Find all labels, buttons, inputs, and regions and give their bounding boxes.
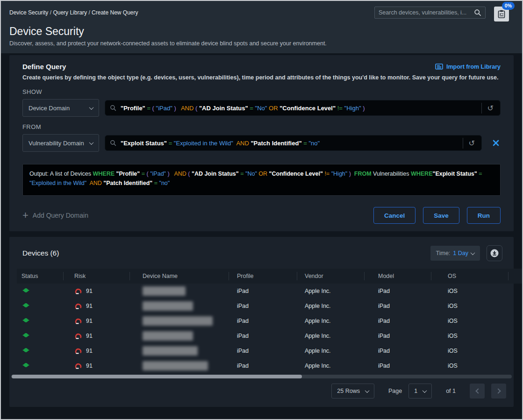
page-number-dropdown[interactable]: 1 (408, 384, 432, 399)
status-online-icon (21, 332, 30, 338)
table-row[interactable]: 91 iPad Apple Inc. iPad iOS (17, 358, 523, 373)
breadcrumb: Device Security / Query Library / Create… (9, 7, 138, 16)
column-header-model[interactable]: Model (364, 269, 431, 284)
status-cell (17, 299, 63, 313)
remove-from-domain-button[interactable] (491, 138, 501, 148)
query-token: OR (258, 171, 267, 177)
import-library-icon (435, 63, 443, 70)
query-token: "Exploited in the Wild" (29, 180, 86, 186)
query-token: "High" (331, 171, 348, 177)
clipboard-checklist-icon (497, 9, 506, 19)
breadcrumb-item-create-new-query[interactable]: Create New Query (92, 9, 138, 16)
model-cell: iPad (364, 343, 431, 358)
query-token: ) (361, 105, 365, 112)
previous-page-button[interactable] (470, 384, 485, 399)
query-token: "AD Join Status" (192, 171, 239, 177)
define-query-title: Define Query (22, 63, 66, 71)
rows-per-page-value: 25 Rows (337, 388, 360, 394)
tasks-progress-badge: 0% (502, 2, 515, 10)
breadcrumb-item-query-library[interactable]: Query Library (53, 9, 87, 16)
model-cell: iPad (364, 284, 431, 299)
table-row[interactable]: 91 iPad Apple Inc. iPad iOS (17, 299, 523, 313)
query-token (351, 171, 354, 177)
time-label: Time: (436, 250, 451, 256)
query-token: Vulnerabilities (372, 171, 411, 177)
column-header-vendor[interactable]: Vendor (297, 269, 364, 284)
profile-cell: iPad (229, 343, 297, 358)
table-row[interactable]: 91 iPad Apple Inc. iPad iOS (17, 343, 523, 358)
risk-score: 91 (86, 303, 93, 309)
import-from-library-link[interactable]: Import from Library (435, 63, 501, 70)
global-search[interactable] (374, 7, 486, 19)
time-range-dropdown[interactable]: Time: 1 Day (430, 246, 480, 261)
from-query-input[interactable]: "Exploit Status" = "Exploited in the Wil… (105, 135, 482, 151)
device-table-header-row: StatusRiskDevice NameProfileVendorModelO… (17, 269, 523, 284)
query-token: = (140, 171, 146, 177)
chevron-left-icon (475, 388, 480, 393)
chevron-down-icon (89, 140, 94, 145)
table-row[interactable]: 91 iPad Apple Inc. iPad iOS (17, 328, 523, 343)
show-query-text: "Profile" = ( "iPad" ) AND ( "AD Join St… (121, 105, 478, 112)
reset-query-button[interactable]: ↺ (463, 138, 477, 149)
run-button[interactable]: Run (467, 207, 501, 224)
chevron-down-icon (365, 388, 370, 393)
column-header-device-name[interactable]: Device Name (129, 269, 229, 284)
risk-cell: 91 (63, 328, 129, 343)
status-online-icon (21, 302, 30, 308)
query-token: "AD Join Status" (199, 105, 248, 112)
next-page-button[interactable] (491, 384, 506, 399)
risk-gauge-icon (74, 318, 82, 324)
model-cell: iPad (364, 358, 431, 373)
table-row[interactable]: 91 iPad Apple Inc. iPad iOS (17, 313, 523, 328)
model-cell: iPad (364, 299, 431, 313)
column-header-status[interactable]: Status (17, 269, 63, 284)
show-query-input[interactable]: "Profile" = ( "iPad" ) AND ( "AD Join St… (105, 100, 501, 116)
device-name-cell (129, 284, 229, 299)
status-cell (17, 284, 63, 299)
devices-table: StatusRiskDevice NameProfileVendorModelO… (17, 269, 523, 373)
column-header-risk[interactable]: Risk (63, 269, 129, 284)
horizontal-scrollbar-thumb[interactable] (12, 375, 302, 378)
page-subtitle: Discover, assess, and protect your netwo… (9, 40, 514, 47)
show-label: SHOW (22, 88, 501, 95)
query-token: != (323, 171, 331, 177)
query-token: = (302, 140, 309, 147)
table-row[interactable]: 91 iPad Apple Inc. iPad iOS (17, 284, 523, 299)
reset-query-button[interactable]: ↺ (481, 103, 495, 114)
column-header-profile[interactable]: Profile (229, 269, 297, 284)
query-token: AND (89, 180, 101, 186)
risk-cell: 91 (63, 313, 129, 328)
close-icon (492, 139, 500, 147)
page-title: Device Security (9, 25, 514, 38)
search-input[interactable] (379, 9, 474, 16)
undo-icon: ↺ (469, 139, 475, 148)
save-button[interactable]: Save (423, 207, 459, 224)
download-button[interactable] (487, 245, 502, 261)
from-query-text: "Exploit Status" = "Exploited in the Wil… (121, 140, 459, 147)
breadcrumb-item-device-security[interactable]: Device Security (9, 9, 48, 16)
query-token: = (239, 171, 245, 177)
add-query-domain-button[interactable]: + Add Query Domain (22, 210, 88, 221)
query-token: "Exploited in the Wild" (174, 140, 233, 147)
devices-title: Devices (6) (22, 249, 59, 257)
from-domain-dropdown[interactable]: Vulnerability Domain (22, 134, 99, 152)
horizontal-scrollbar-track[interactable] (11, 375, 512, 378)
chevron-down-icon (471, 250, 475, 255)
rows-per-page-dropdown[interactable]: 25 Rows (331, 384, 374, 399)
query-token: Output: A list of Devices (29, 171, 93, 177)
risk-gauge-icon (74, 348, 82, 354)
query-token: "iPad" (156, 105, 172, 112)
query-token (176, 105, 181, 112)
status-online-icon (21, 317, 30, 323)
column-header-os[interactable]: OS (431, 269, 508, 284)
chevron-right-icon (495, 388, 501, 393)
cancel-button[interactable]: Cancel (373, 207, 416, 224)
profile-cell: iPad (229, 328, 297, 343)
model-cell: iPad (364, 313, 431, 328)
device-name-redacted (143, 316, 213, 326)
status-cell (17, 343, 63, 358)
time-value: 1 Day (453, 250, 468, 256)
query-token: ) (347, 171, 351, 177)
show-domain-dropdown[interactable]: Device Domain (22, 99, 99, 117)
device-name-redacted (143, 346, 198, 356)
